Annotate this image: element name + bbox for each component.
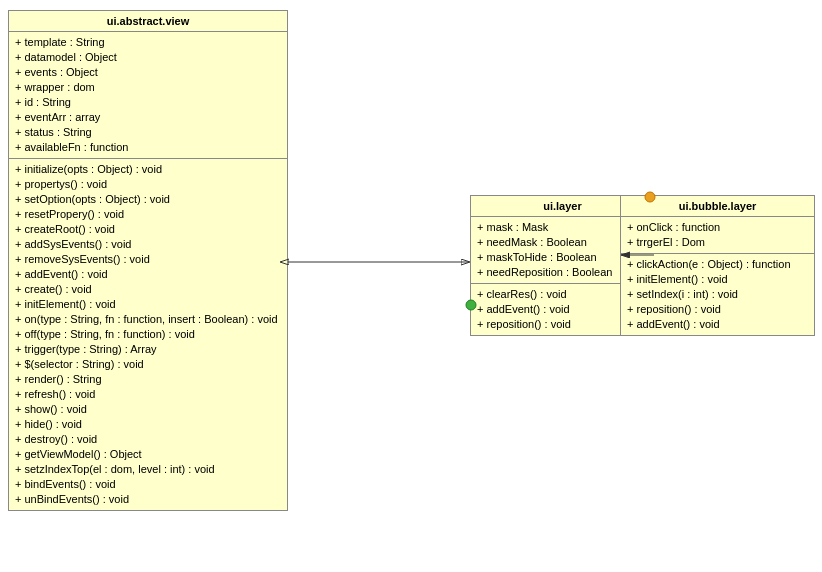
diagram-container: ui.abstract.view + template : String + d… bbox=[0, 0, 822, 572]
bubble-method-addevent: + addEvent() : void bbox=[627, 317, 808, 332]
abstract-view-properties: + template : String + datamodel : Object… bbox=[9, 32, 287, 159]
bubble-method-reposition: + reposition() : void bbox=[627, 302, 808, 317]
bubble-method-setindex: + setIndex(i : int) : void bbox=[627, 287, 808, 302]
prop-id: + id : String bbox=[15, 95, 281, 110]
bubble-layer-box: ui.bubble.layer + onClick : function + t… bbox=[620, 195, 815, 336]
method-setoption: + setOption(opts : Object) : void bbox=[15, 192, 281, 207]
bubble-method-initelement: + initElement() : void bbox=[627, 272, 808, 287]
method-resetpropery: + resetPropery() : void bbox=[15, 207, 281, 222]
prop-availablefn: + availableFn : function bbox=[15, 140, 281, 155]
prop-status: + status : String bbox=[15, 125, 281, 140]
method-initialize: + initialize(opts : Object) : void bbox=[15, 162, 281, 177]
prop-template: + template : String bbox=[15, 35, 281, 50]
method-addevent: + addEvent() : void bbox=[15, 267, 281, 282]
abstract-view-box: ui.abstract.view + template : String + d… bbox=[8, 10, 288, 511]
abstract-view-methods: + initialize(opts : Object) : void + pro… bbox=[9, 159, 287, 510]
method-initelement: + initElement() : void bbox=[15, 297, 281, 312]
prop-eventarr: + eventArr : array bbox=[15, 110, 281, 125]
method-show: + show() : void bbox=[15, 402, 281, 417]
method-removesysevents: + removeSysEvents() : void bbox=[15, 252, 281, 267]
method-on: + on(type : String, fn : function, inser… bbox=[15, 312, 281, 327]
method-unbindevents: + unBindEvents() : void bbox=[15, 492, 281, 507]
bubble-method-clickaction: + clickAction(e : Object) : function bbox=[627, 257, 808, 272]
abstract-view-title: ui.abstract.view bbox=[9, 11, 287, 32]
method-bindevents: + bindEvents() : void bbox=[15, 477, 281, 492]
method-create: + create() : void bbox=[15, 282, 281, 297]
bubble-layer-properties: + onClick : function + trrgerEl : Dom bbox=[621, 217, 814, 254]
method-off: + off(type : String, fn : function) : vo… bbox=[15, 327, 281, 342]
method-selector: + $(selector : String) : void bbox=[15, 357, 281, 372]
method-hide: + hide() : void bbox=[15, 417, 281, 432]
method-addsysevents: + addSysEvents() : void bbox=[15, 237, 281, 252]
bubble-layer-methods: + clickAction(e : Object) : function + i… bbox=[621, 254, 814, 335]
prop-wrapper: + wrapper : dom bbox=[15, 80, 281, 95]
method-destroy: + destroy() : void bbox=[15, 432, 281, 447]
prop-events: + events : Object bbox=[15, 65, 281, 80]
method-getviewmodel: + getViewModel() : Object bbox=[15, 447, 281, 462]
bubble-prop-trrgerel: + trrgerEl : Dom bbox=[627, 235, 808, 250]
method-render: + render() : String bbox=[15, 372, 281, 387]
bubble-layer-title: ui.bubble.layer bbox=[621, 196, 814, 217]
prop-datamodel: + datamodel : Object bbox=[15, 50, 281, 65]
method-setzindextop: + setzIndexTop(el : dom, level : int) : … bbox=[15, 462, 281, 477]
method-trigger: + trigger(type : String) : Array bbox=[15, 342, 281, 357]
method-createroot: + createRoot() : void bbox=[15, 222, 281, 237]
bubble-prop-onclick: + onClick : function bbox=[627, 220, 808, 235]
method-refresh: + refresh() : void bbox=[15, 387, 281, 402]
method-propertys: + propertys() : void bbox=[15, 177, 281, 192]
